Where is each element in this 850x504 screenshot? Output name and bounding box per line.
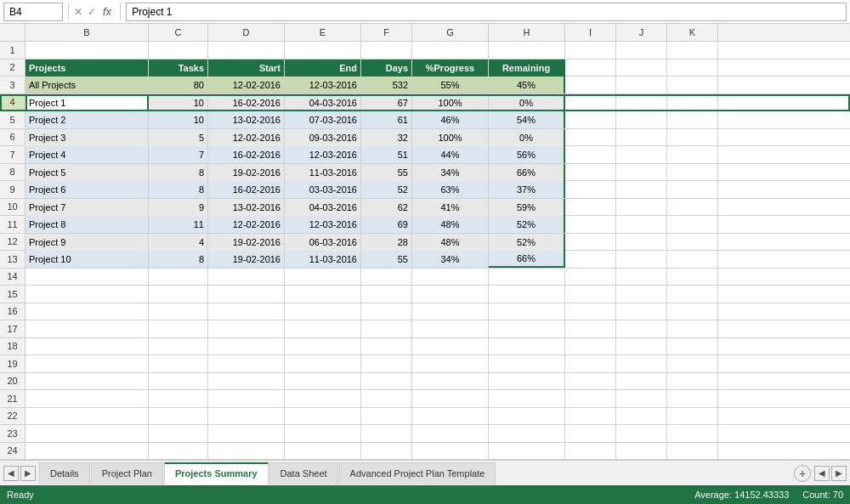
cell-d4[interactable]: 16-02-2016 [208, 94, 285, 111]
tab-advanced-template[interactable]: Advanced Project Plan Template [339, 462, 496, 484]
cell-k10[interactable] [667, 199, 718, 216]
header-start[interactable]: Start [208, 59, 285, 76]
cell-i8[interactable] [565, 164, 616, 181]
cell-k3[interactable] [667, 76, 718, 93]
cell-c11[interactable]: 11 [149, 216, 208, 233]
cell-j4[interactable] [616, 94, 667, 111]
cell-g4[interactable]: 100% [412, 94, 489, 111]
cell-c10[interactable]: 9 [149, 199, 208, 216]
col-header-k[interactable]: K [667, 24, 718, 41]
cell-k4[interactable] [667, 94, 718, 111]
cell-g7[interactable]: 44% [412, 146, 489, 163]
cell-reference-box[interactable]: B4 [3, 3, 63, 21]
scroll-right-btn[interactable]: ▶ [831, 466, 847, 481]
cell-f5[interactable]: 61 [361, 111, 412, 128]
header-remaining[interactable]: Remaining [489, 59, 565, 76]
cell-b9[interactable]: Project 6 [26, 181, 149, 198]
cell-f3[interactable]: 532 [361, 76, 412, 93]
cell-h1[interactable] [489, 42, 565, 59]
tab-scroll-left-btn[interactable]: ◀ [3, 466, 19, 481]
cell-k9[interactable] [667, 181, 718, 198]
cell-h10[interactable]: 59% [489, 199, 565, 216]
cell-c5[interactable]: 10 [149, 111, 208, 128]
cell-d7[interactable]: 16-02-2016 [208, 146, 285, 163]
cell-g12[interactable]: 48% [412, 234, 489, 251]
col-header-f[interactable]: F [361, 24, 412, 41]
header-progress[interactable]: %Progress [412, 59, 489, 76]
cell-j10[interactable] [616, 199, 667, 216]
cell-i9[interactable] [565, 181, 616, 198]
cell-c6[interactable]: 5 [149, 129, 208, 146]
cell-i6[interactable] [565, 129, 616, 146]
cell-g1[interactable] [412, 42, 489, 59]
tab-details[interactable]: Details [39, 462, 90, 484]
cell-b1[interactable] [26, 42, 149, 59]
cell-g6[interactable]: 100% [412, 129, 489, 146]
cell-j9[interactable] [616, 181, 667, 198]
cell-f1[interactable] [361, 42, 412, 59]
cell-h9[interactable]: 37% [489, 181, 565, 198]
cell-h12[interactable]: 52% [489, 234, 565, 251]
cell-c3[interactable]: 80 [149, 76, 208, 93]
cell-d1[interactable] [208, 42, 285, 59]
cell-h3[interactable]: 45% [489, 76, 565, 93]
cancel-icon[interactable]: ✕ [74, 6, 82, 18]
cell-e11[interactable]: 12-03-2016 [285, 216, 361, 233]
cell-d11[interactable]: 12-02-2016 [208, 216, 285, 233]
cell-j3[interactable] [616, 76, 667, 93]
header-tasks[interactable]: Tasks [149, 59, 208, 76]
tab-data-sheet[interactable]: Data Sheet [269, 462, 338, 484]
new-sheet-button[interactable]: + [794, 465, 811, 482]
cell-f11[interactable]: 69 [361, 216, 412, 233]
cell-f4[interactable]: 67 [361, 94, 412, 111]
cell-i4[interactable] [565, 94, 616, 111]
cell-i5[interactable] [565, 111, 616, 128]
cell-e6[interactable]: 09-03-2016 [285, 129, 361, 146]
cell-d6[interactable]: 12-02-2016 [208, 129, 285, 146]
cell-e13[interactable]: 11-03-2016 [285, 251, 361, 268]
cell-b13[interactable]: Project 10 [26, 251, 149, 268]
cell-c9[interactable]: 8 [149, 181, 208, 198]
cell-f12[interactable]: 28 [361, 234, 412, 251]
cell-b6[interactable]: Project 3 [26, 129, 149, 146]
cell-h5[interactable]: 54% [489, 111, 565, 128]
col-header-d[interactable]: D [208, 24, 285, 41]
cell-f10[interactable]: 62 [361, 199, 412, 216]
cell-i10[interactable] [565, 199, 616, 216]
cell-i1[interactable] [565, 42, 616, 59]
cell-c8[interactable]: 8 [149, 164, 208, 181]
tab-project-plan[interactable]: Project Plan [91, 462, 163, 484]
cell-j5[interactable] [616, 111, 667, 128]
cell-j12[interactable] [616, 234, 667, 251]
cell-e1[interactable] [285, 42, 361, 59]
cell-b12[interactable]: Project 9 [26, 234, 149, 251]
scroll-left-btn[interactable]: ◀ [814, 466, 830, 481]
col-header-b[interactable]: B [26, 24, 149, 41]
cell-g3[interactable]: 55% [412, 76, 489, 93]
cell-d10[interactable]: 13-02-2016 [208, 199, 285, 216]
cell-g13[interactable]: 34% [412, 251, 489, 268]
cell-b3[interactable]: All Projects [26, 76, 149, 93]
cell-c7[interactable]: 7 [149, 146, 208, 163]
cell-k13[interactable] [667, 251, 718, 268]
cell-c12[interactable]: 4 [149, 234, 208, 251]
cell-d12[interactable]: 19-02-2016 [208, 234, 285, 251]
cell-k12[interactable] [667, 234, 718, 251]
cell-e12[interactable]: 06-03-2016 [285, 234, 361, 251]
cell-h13[interactable]: 66% [489, 251, 565, 268]
header-days[interactable]: Days [361, 59, 412, 76]
cell-e5[interactable]: 07-03-2016 [285, 111, 361, 128]
col-header-i[interactable]: I [565, 24, 616, 41]
cell-b10[interactable]: Project 7 [26, 199, 149, 216]
cell-k8[interactable] [667, 164, 718, 181]
cell-e7[interactable]: 12-03-2016 [285, 146, 361, 163]
cell-g11[interactable]: 48% [412, 216, 489, 233]
cell-j13[interactable] [616, 251, 667, 268]
cell-k7[interactable] [667, 146, 718, 163]
cell-h11[interactable]: 52% [489, 216, 565, 233]
cell-j7[interactable] [616, 146, 667, 163]
cell-i12[interactable] [565, 234, 616, 251]
cell-f8[interactable]: 55 [361, 164, 412, 181]
cell-j2[interactable] [616, 59, 667, 76]
cell-f6[interactable]: 32 [361, 129, 412, 146]
